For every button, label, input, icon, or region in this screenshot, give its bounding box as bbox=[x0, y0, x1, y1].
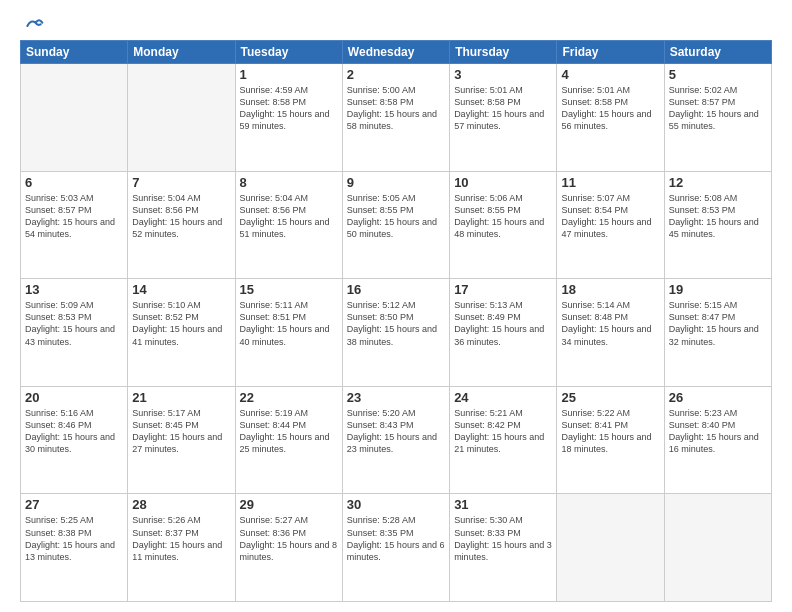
calendar-cell: 7Sunrise: 5:04 AMSunset: 8:56 PMDaylight… bbox=[128, 171, 235, 279]
day-detail: Sunrise: 5:21 AMSunset: 8:42 PMDaylight:… bbox=[454, 407, 552, 456]
day-detail: Sunrise: 5:17 AMSunset: 8:45 PMDaylight:… bbox=[132, 407, 230, 456]
calendar-cell: 16Sunrise: 5:12 AMSunset: 8:50 PMDayligh… bbox=[342, 279, 449, 387]
calendar-week-1: 1Sunrise: 4:59 AMSunset: 8:58 PMDaylight… bbox=[21, 64, 772, 172]
day-detail: Sunrise: 5:09 AMSunset: 8:53 PMDaylight:… bbox=[25, 299, 123, 348]
weekday-header-wednesday: Wednesday bbox=[342, 41, 449, 64]
day-number: 24 bbox=[454, 390, 552, 405]
calendar-cell: 14Sunrise: 5:10 AMSunset: 8:52 PMDayligh… bbox=[128, 279, 235, 387]
day-detail: Sunrise: 5:23 AMSunset: 8:40 PMDaylight:… bbox=[669, 407, 767, 456]
calendar-cell: 2Sunrise: 5:00 AMSunset: 8:58 PMDaylight… bbox=[342, 64, 449, 172]
day-number: 2 bbox=[347, 67, 445, 82]
day-detail: Sunrise: 5:14 AMSunset: 8:48 PMDaylight:… bbox=[561, 299, 659, 348]
calendar-cell: 27Sunrise: 5:25 AMSunset: 8:38 PMDayligh… bbox=[21, 494, 128, 602]
day-number: 26 bbox=[669, 390, 767, 405]
day-number: 7 bbox=[132, 175, 230, 190]
day-number: 11 bbox=[561, 175, 659, 190]
calendar-cell: 25Sunrise: 5:22 AMSunset: 8:41 PMDayligh… bbox=[557, 386, 664, 494]
weekday-header-thursday: Thursday bbox=[450, 41, 557, 64]
day-detail: Sunrise: 5:01 AMSunset: 8:58 PMDaylight:… bbox=[561, 84, 659, 133]
header bbox=[20, 16, 772, 32]
weekday-header-sunday: Sunday bbox=[21, 41, 128, 64]
calendar-cell: 18Sunrise: 5:14 AMSunset: 8:48 PMDayligh… bbox=[557, 279, 664, 387]
day-number: 13 bbox=[25, 282, 123, 297]
day-number: 10 bbox=[454, 175, 552, 190]
day-detail: Sunrise: 5:04 AMSunset: 8:56 PMDaylight:… bbox=[240, 192, 338, 241]
calendar-cell: 19Sunrise: 5:15 AMSunset: 8:47 PMDayligh… bbox=[664, 279, 771, 387]
day-detail: Sunrise: 5:02 AMSunset: 8:57 PMDaylight:… bbox=[669, 84, 767, 133]
day-number: 5 bbox=[669, 67, 767, 82]
calendar-cell: 4Sunrise: 5:01 AMSunset: 8:58 PMDaylight… bbox=[557, 64, 664, 172]
day-number: 30 bbox=[347, 497, 445, 512]
calendar-cell: 10Sunrise: 5:06 AMSunset: 8:55 PMDayligh… bbox=[450, 171, 557, 279]
day-number: 16 bbox=[347, 282, 445, 297]
day-detail: Sunrise: 5:11 AMSunset: 8:51 PMDaylight:… bbox=[240, 299, 338, 348]
calendar-week-4: 20Sunrise: 5:16 AMSunset: 8:46 PMDayligh… bbox=[21, 386, 772, 494]
page: SundayMondayTuesdayWednesdayThursdayFrid… bbox=[0, 0, 792, 612]
calendar-cell: 22Sunrise: 5:19 AMSunset: 8:44 PMDayligh… bbox=[235, 386, 342, 494]
day-detail: Sunrise: 5:07 AMSunset: 8:54 PMDaylight:… bbox=[561, 192, 659, 241]
calendar-cell bbox=[21, 64, 128, 172]
calendar-cell: 24Sunrise: 5:21 AMSunset: 8:42 PMDayligh… bbox=[450, 386, 557, 494]
day-number: 27 bbox=[25, 497, 123, 512]
calendar-cell: 17Sunrise: 5:13 AMSunset: 8:49 PMDayligh… bbox=[450, 279, 557, 387]
calendar-cell: 21Sunrise: 5:17 AMSunset: 8:45 PMDayligh… bbox=[128, 386, 235, 494]
day-detail: Sunrise: 5:06 AMSunset: 8:55 PMDaylight:… bbox=[454, 192, 552, 241]
calendar-cell: 6Sunrise: 5:03 AMSunset: 8:57 PMDaylight… bbox=[21, 171, 128, 279]
calendar-week-3: 13Sunrise: 5:09 AMSunset: 8:53 PMDayligh… bbox=[21, 279, 772, 387]
calendar-cell: 11Sunrise: 5:07 AMSunset: 8:54 PMDayligh… bbox=[557, 171, 664, 279]
day-detail: Sunrise: 5:12 AMSunset: 8:50 PMDaylight:… bbox=[347, 299, 445, 348]
day-number: 18 bbox=[561, 282, 659, 297]
calendar-cell: 9Sunrise: 5:05 AMSunset: 8:55 PMDaylight… bbox=[342, 171, 449, 279]
calendar-cell: 31Sunrise: 5:30 AMSunset: 8:33 PMDayligh… bbox=[450, 494, 557, 602]
calendar-cell: 15Sunrise: 5:11 AMSunset: 8:51 PMDayligh… bbox=[235, 279, 342, 387]
day-number: 20 bbox=[25, 390, 123, 405]
logo-icon bbox=[24, 16, 44, 36]
calendar-cell bbox=[557, 494, 664, 602]
day-detail: Sunrise: 4:59 AMSunset: 8:58 PMDaylight:… bbox=[240, 84, 338, 133]
day-number: 12 bbox=[669, 175, 767, 190]
calendar-cell: 28Sunrise: 5:26 AMSunset: 8:37 PMDayligh… bbox=[128, 494, 235, 602]
calendar-cell: 13Sunrise: 5:09 AMSunset: 8:53 PMDayligh… bbox=[21, 279, 128, 387]
day-number: 31 bbox=[454, 497, 552, 512]
calendar-cell: 29Sunrise: 5:27 AMSunset: 8:36 PMDayligh… bbox=[235, 494, 342, 602]
day-number: 1 bbox=[240, 67, 338, 82]
calendar-cell: 8Sunrise: 5:04 AMSunset: 8:56 PMDaylight… bbox=[235, 171, 342, 279]
day-number: 22 bbox=[240, 390, 338, 405]
calendar-cell bbox=[664, 494, 771, 602]
weekday-header-friday: Friday bbox=[557, 41, 664, 64]
day-detail: Sunrise: 5:26 AMSunset: 8:37 PMDaylight:… bbox=[132, 514, 230, 563]
weekday-header-monday: Monday bbox=[128, 41, 235, 64]
day-detail: Sunrise: 5:27 AMSunset: 8:36 PMDaylight:… bbox=[240, 514, 338, 563]
day-number: 9 bbox=[347, 175, 445, 190]
day-detail: Sunrise: 5:30 AMSunset: 8:33 PMDaylight:… bbox=[454, 514, 552, 563]
day-detail: Sunrise: 5:03 AMSunset: 8:57 PMDaylight:… bbox=[25, 192, 123, 241]
day-number: 29 bbox=[240, 497, 338, 512]
calendar-cell: 20Sunrise: 5:16 AMSunset: 8:46 PMDayligh… bbox=[21, 386, 128, 494]
day-number: 23 bbox=[347, 390, 445, 405]
calendar-cell: 23Sunrise: 5:20 AMSunset: 8:43 PMDayligh… bbox=[342, 386, 449, 494]
day-detail: Sunrise: 5:10 AMSunset: 8:52 PMDaylight:… bbox=[132, 299, 230, 348]
day-detail: Sunrise: 5:22 AMSunset: 8:41 PMDaylight:… bbox=[561, 407, 659, 456]
day-number: 6 bbox=[25, 175, 123, 190]
day-number: 3 bbox=[454, 67, 552, 82]
day-number: 4 bbox=[561, 67, 659, 82]
day-detail: Sunrise: 5:19 AMSunset: 8:44 PMDaylight:… bbox=[240, 407, 338, 456]
day-detail: Sunrise: 5:28 AMSunset: 8:35 PMDaylight:… bbox=[347, 514, 445, 563]
day-detail: Sunrise: 5:01 AMSunset: 8:58 PMDaylight:… bbox=[454, 84, 552, 133]
day-detail: Sunrise: 5:15 AMSunset: 8:47 PMDaylight:… bbox=[669, 299, 767, 348]
calendar-cell: 5Sunrise: 5:02 AMSunset: 8:57 PMDaylight… bbox=[664, 64, 771, 172]
calendar-cell bbox=[128, 64, 235, 172]
weekday-header-saturday: Saturday bbox=[664, 41, 771, 64]
calendar-cell: 3Sunrise: 5:01 AMSunset: 8:58 PMDaylight… bbox=[450, 64, 557, 172]
calendar-cell: 26Sunrise: 5:23 AMSunset: 8:40 PMDayligh… bbox=[664, 386, 771, 494]
calendar-week-2: 6Sunrise: 5:03 AMSunset: 8:57 PMDaylight… bbox=[21, 171, 772, 279]
day-detail: Sunrise: 5:04 AMSunset: 8:56 PMDaylight:… bbox=[132, 192, 230, 241]
day-number: 14 bbox=[132, 282, 230, 297]
day-detail: Sunrise: 5:05 AMSunset: 8:55 PMDaylight:… bbox=[347, 192, 445, 241]
day-number: 25 bbox=[561, 390, 659, 405]
day-number: 28 bbox=[132, 497, 230, 512]
day-detail: Sunrise: 5:08 AMSunset: 8:53 PMDaylight:… bbox=[669, 192, 767, 241]
weekday-header-row: SundayMondayTuesdayWednesdayThursdayFrid… bbox=[21, 41, 772, 64]
day-number: 15 bbox=[240, 282, 338, 297]
day-number: 8 bbox=[240, 175, 338, 190]
